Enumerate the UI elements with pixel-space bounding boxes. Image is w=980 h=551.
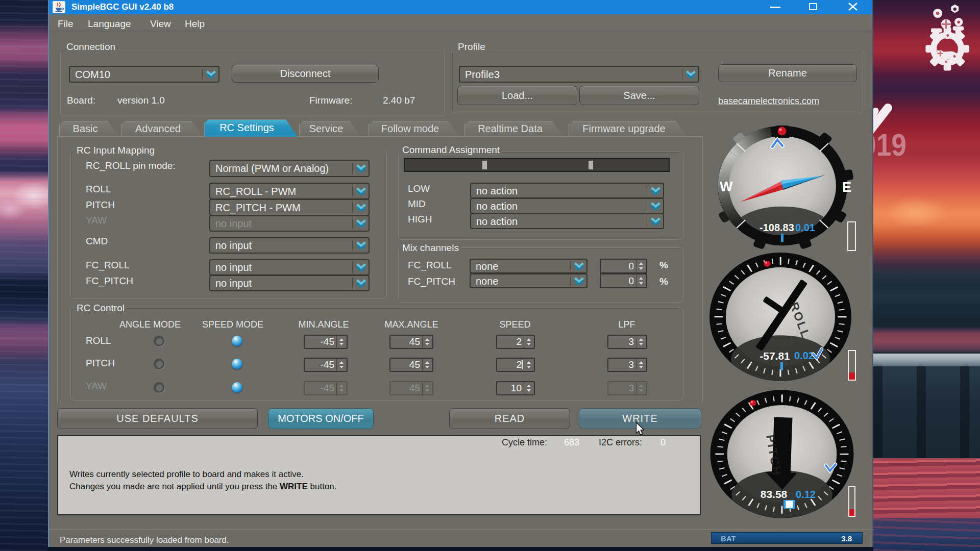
svg-text:E: E bbox=[842, 180, 851, 195]
svg-text:W: W bbox=[720, 179, 733, 194]
svg-text:83.58: 83.58 bbox=[761, 488, 788, 500]
svg-text:-108.83: -108.83 bbox=[760, 222, 794, 233]
svg-text:0.02: 0.02 bbox=[794, 350, 814, 361]
svg-text:0.12: 0.12 bbox=[796, 489, 816, 500]
svg-text:0.01: 0.01 bbox=[795, 222, 815, 233]
svg-text:-57.81: -57.81 bbox=[760, 350, 790, 362]
